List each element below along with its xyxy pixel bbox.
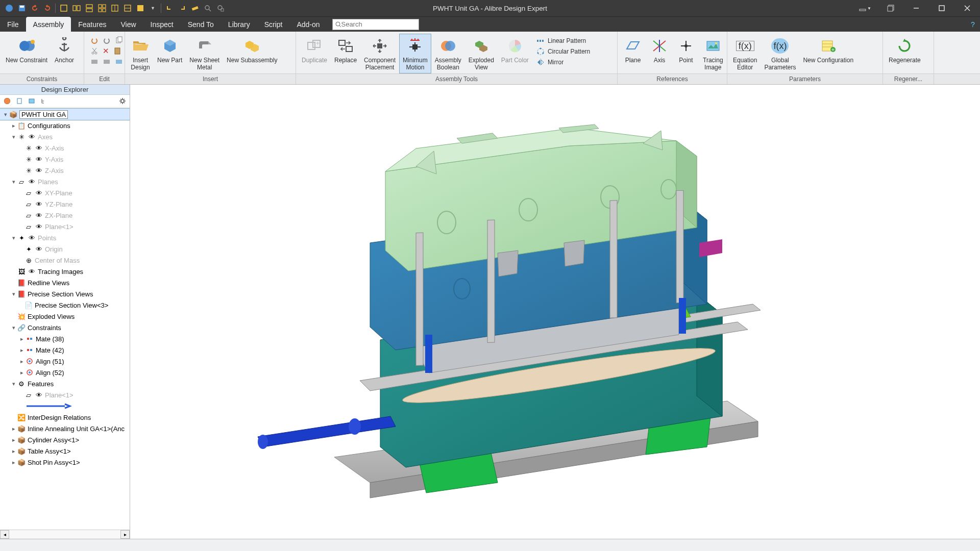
menu-assembly[interactable]: Assembly — [26, 17, 71, 32]
anchor-button[interactable]: Anchor — [51, 34, 78, 66]
tree-center-of-mass[interactable]: ⊕Center of Mass — [0, 255, 130, 266]
tree-shot-pin-assy[interactable]: ▸📦Shot Pin Assy<1> — [0, 457, 130, 468]
tree-mate42[interactable]: ▸Mate (42) — [0, 344, 130, 356]
tree-yz-plane[interactable]: ▱👁YZ-Plane — [0, 198, 130, 210]
close-button[interactable] — [954, 0, 980, 16]
new-subassembly-button[interactable]: New Subassembly — [223, 34, 281, 66]
tree-mate38[interactable]: ▸Mate (38) — [0, 333, 130, 344]
exploded-view-button[interactable]: Exploded View — [465, 34, 498, 73]
3d-viewport[interactable] — [130, 85, 980, 539]
window3-icon[interactable] — [84, 4, 94, 13]
tree-features[interactable]: ▾⚙Features — [0, 378, 130, 389]
zoom-icon[interactable] — [203, 4, 212, 13]
menu-inspect[interactable]: Inspect — [143, 17, 181, 32]
tree-root[interactable]: ▾📦PWHT Unit GA — [0, 109, 130, 120]
menu-view[interactable]: View — [114, 17, 143, 32]
help-button[interactable]: ? — [966, 17, 980, 32]
undo-icon[interactable] — [30, 4, 39, 13]
window6-icon[interactable] — [122, 4, 132, 13]
replace-button[interactable]: Replace — [331, 34, 360, 66]
edit-undo-icon[interactable] — [89, 36, 100, 45]
minimize-button[interactable] — [903, 0, 929, 16]
edit-cut-icon[interactable] — [89, 46, 100, 56]
window7-icon[interactable] — [135, 4, 145, 13]
tree-y-axis[interactable]: ✳👁Y-Axis — [0, 154, 130, 165]
menu-features[interactable]: Features — [71, 17, 113, 32]
edit-props3-icon[interactable] — [114, 57, 124, 66]
menu-addon[interactable]: Add-on — [289, 17, 327, 32]
redo-icon[interactable] — [42, 4, 52, 13]
component-placement-button[interactable]: Component Placement — [360, 34, 399, 73]
mirror-button[interactable]: Mirror — [535, 57, 591, 67]
tree-feature-marker[interactable] — [0, 400, 130, 412]
tree-plane1[interactable]: ▱👁Plane<1> — [0, 221, 130, 232]
rotate-right-icon[interactable] — [177, 4, 187, 13]
tree-points[interactable]: ▾✦👁Points — [0, 232, 130, 243]
tracing-image-button[interactable]: Tracing Image — [699, 34, 727, 73]
menu-file[interactable]: File — [0, 17, 26, 32]
linear-pattern-button[interactable]: Linear Pattern — [535, 36, 591, 45]
menu-library[interactable]: Library — [221, 17, 257, 32]
tree-xy-plane[interactable]: ▱👁XY-Plane — [0, 187, 130, 198]
tree-x-axis[interactable]: ✳👁X-Axis — [0, 142, 130, 154]
menu-script[interactable]: Script — [257, 17, 290, 32]
window4-icon[interactable] — [97, 4, 107, 13]
tree-align51[interactable]: ▸Align (51) — [0, 356, 130, 367]
explorer-tree[interactable]: ▾📦PWHT Unit GA ▸📋Configurations ▾✳👁Axes … — [0, 108, 130, 530]
window2-icon[interactable] — [71, 4, 81, 13]
measure-icon[interactable] — [190, 4, 200, 13]
duplicate-button[interactable]: +Duplicate — [298, 34, 331, 66]
tree-redline-views[interactable]: 📕Redline Views — [0, 277, 130, 288]
equation-editor-button[interactable]: f(x)Equation Editor — [729, 34, 761, 73]
explorer-hscroll[interactable]: ◂▸ — [0, 530, 130, 539]
tree-align52[interactable]: ▸Align (52) — [0, 367, 130, 378]
tree-configurations[interactable]: ▸📋Configurations — [0, 120, 130, 131]
regenerate-button[interactable]: Regenerate — [885, 34, 924, 66]
window5-icon[interactable] — [110, 4, 119, 13]
maximize-button[interactable] — [929, 0, 954, 16]
axis-button[interactable]: Axis — [646, 34, 673, 66]
menu-sendto[interactable]: Send To — [181, 17, 221, 32]
tree-precise-section-view3[interactable]: 📄Precise Section View<3> — [0, 299, 130, 311]
exp-tool-win-icon[interactable] — [27, 96, 37, 106]
exp-tool-doc-icon[interactable] — [14, 96, 24, 106]
minimize-tray-icon[interactable]: ▼ — [852, 0, 878, 16]
zoom-fit-icon[interactable] — [215, 4, 225, 13]
search-input[interactable] — [341, 20, 416, 28]
insert-design-button[interactable]: Insert Design — [127, 34, 154, 73]
tree-axes[interactable]: ▾✳👁Axes — [0, 131, 130, 142]
tree-cylinder-assy[interactable]: ▸📦Cylinder Assy<1> — [0, 434, 130, 445]
assembly-boolean-button[interactable]: Assembly Boolean — [431, 34, 465, 73]
edit-redo-icon[interactable] — [102, 36, 112, 45]
tree-tracing-images[interactable]: 🖼👁Tracing Images — [0, 266, 130, 277]
window-dd-icon[interactable]: ▼ — [148, 4, 158, 13]
plane-button[interactable]: Plane — [620, 34, 646, 66]
tree-table-assy[interactable]: ▸📦Table Assy<1> — [0, 445, 130, 457]
tree-interdesign[interactable]: 🔀InterDesign Relations — [0, 412, 130, 423]
edit-paste-icon[interactable] — [112, 46, 122, 56]
tree-inline-annealing[interactable]: ▸📦Inline Annealing Unit GA<1>(Anc — [0, 423, 130, 434]
edit-props2-icon[interactable] — [102, 57, 112, 66]
new-constraint-button[interactable]: New Constraint — [2, 34, 51, 66]
part-color-button[interactable]: Part Color — [498, 34, 532, 66]
edit-delete-icon[interactable]: ✕ — [102, 46, 110, 56]
exp-tool-colors-icon[interactable] — [2, 96, 12, 106]
minimum-motion-button[interactable]: Minimum Motion — [399, 34, 431, 73]
tree-origin[interactable]: ✦👁Origin — [0, 243, 130, 255]
tree-feature-plane1[interactable]: ▱👁Plane<1> — [0, 389, 130, 400]
new-sheet-metal-button[interactable]: New Sheet Metal — [186, 34, 223, 73]
search-box[interactable] — [332, 19, 419, 30]
save-icon[interactable] — [17, 4, 27, 13]
edit-props1-icon[interactable] — [89, 57, 100, 66]
tree-constraints[interactable]: ▾🔗Constraints — [0, 322, 130, 333]
tree-precise-section-views[interactable]: ▾📕Precise Section Views — [0, 288, 130, 299]
tree-planes[interactable]: ▾▱👁Planes — [0, 176, 130, 187]
rotate-left-icon[interactable] — [164, 4, 174, 13]
new-part-button[interactable]: New Part — [154, 34, 186, 66]
tree-zx-plane[interactable]: ▱👁ZX-Plane — [0, 210, 130, 221]
exp-tool-gear-icon[interactable] — [117, 96, 128, 106]
point-button[interactable]: Point — [673, 34, 699, 66]
window1-icon[interactable] — [59, 4, 68, 13]
new-configuration-button[interactable]: +New Configuration — [799, 34, 857, 66]
global-parameters-button[interactable]: f(x)Global Parameters — [761, 34, 799, 73]
